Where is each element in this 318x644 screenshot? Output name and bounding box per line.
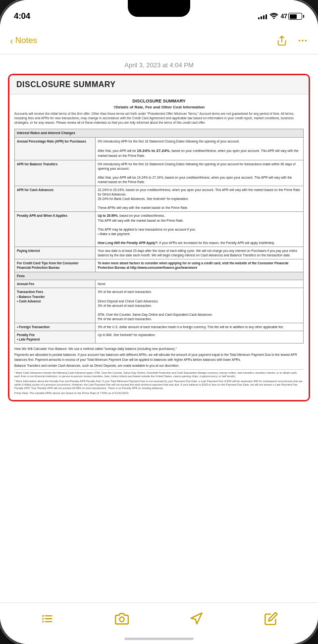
- wifi-icon: [270, 13, 278, 20]
- row-value-apr-cash: 22.24% to 29.24%, based on your creditwo…: [96, 186, 304, 212]
- doc-intro: Accounts will receive the initial terms …: [14, 111, 304, 125]
- penalty-fee-footnote: ² More Information about the Penalty Fee…: [14, 380, 304, 391]
- table-row: For Credit Card Tips from the Consumer F…: [15, 259, 304, 272]
- row-label-apr-cash: APR for Cash Advances: [15, 186, 96, 212]
- back-button[interactable]: ‹ Notes: [10, 36, 37, 46]
- phone-frame: 4:04 47: [0, 0, 318, 644]
- allocation-text: Payments are allocated to posted balance…: [14, 352, 304, 361]
- table-row: • Foreign Transaction 3% of the U.S. dol…: [15, 323, 304, 331]
- row-value-penalty-fee: Up to $40. See footnote² for explanation…: [96, 331, 304, 344]
- doc-footnotes: ¹ Bank Cash Advances include the followi…: [14, 369, 304, 396]
- date-heading: April 3, 2023 at 4:04 PM: [0, 54, 318, 74]
- signal-bar-3: [263, 15, 265, 19]
- battery-fill: [290, 14, 297, 19]
- balance-transfer-text: Balance Transfers and certain Cash Advan…: [14, 363, 304, 368]
- battery-percent: 47: [281, 13, 287, 20]
- row-value-penalty-apr: Up to 29.99%, based on your creditworthi…: [96, 212, 304, 247]
- battery-body: [288, 13, 302, 20]
- nav-actions: [276, 35, 308, 46]
- battery-tip: [303, 15, 304, 18]
- document-body: DISCLOSURE SUMMARY †Details of Rate, Fee…: [9, 95, 309, 400]
- signal-bar-2: [261, 16, 262, 19]
- doc-footer: How We Will Calculate Your Balance: We u…: [14, 347, 304, 367]
- svg-marker-11: [191, 613, 202, 624]
- camera-button[interactable]: [111, 608, 133, 630]
- signal-bars-icon: [258, 13, 267, 19]
- table-row: APR for Balance Transfers 0% Introductor…: [15, 160, 304, 186]
- chevron-left-icon: ‹: [10, 36, 13, 46]
- cash-advance-footnote: ¹ Bank Cash Advances include the followi…: [14, 371, 304, 379]
- doc-subtitle: †Details of Rate, Fee and Other Cost Inf…: [14, 105, 304, 109]
- row-value-annual-fee: None: [96, 280, 304, 288]
- table-row: Penalty Fee• Late Payment Up to $40. See…: [15, 331, 304, 344]
- svg-point-6: [42, 621, 44, 623]
- section-1-header: Interest Rates and Interest Charges: [15, 129, 304, 138]
- home-indicator: [124, 638, 194, 640]
- list-button[interactable]: [36, 608, 58, 630]
- nav-bar: ‹ Notes: [0, 27, 318, 54]
- svg-point-1: [299, 40, 301, 42]
- status-time: 4:04: [14, 11, 30, 21]
- svg-point-4: [42, 615, 44, 617]
- table-row: Paying Interest Your due date is at leas…: [15, 247, 304, 259]
- row-label-penalty-fee: Penalty Fee• Late Payment: [15, 331, 96, 344]
- table-row: Annual Percentage Rate (APR) for Purchas…: [15, 138, 304, 160]
- svg-point-2: [302, 40, 304, 42]
- svg-point-10: [119, 617, 124, 621]
- table-section-header-2: Fees: [15, 272, 304, 280]
- row-value-foreign: 3% of the U.S. dollar amount of each tra…: [96, 323, 304, 331]
- row-value-cfpb: To learn more about factors to consider …: [96, 259, 304, 272]
- row-label-annual-fee: Annual Fee: [15, 280, 96, 288]
- signal-bar-1: [258, 17, 260, 19]
- prime-rate-footnote: Prime Rate: The variable APRs above are …: [14, 392, 304, 395]
- row-label-foreign: • Foreign Transaction: [15, 323, 96, 331]
- table-row: Penalty APR and When It Applies Up to 29…: [15, 212, 304, 247]
- document-title: DISCLOSURE SUMMARY: [16, 80, 115, 89]
- table-section-header-1: Interest Rates and Interest Charges: [15, 129, 304, 138]
- row-label-cfpb: For Credit Card Tips from the Consumer F…: [15, 259, 96, 272]
- table-row: APR for Cash Advances 22.24% to 29.24%, …: [15, 186, 304, 212]
- share-button[interactable]: [276, 35, 287, 46]
- table-row: Annual Fee None: [15, 280, 304, 288]
- row-label-paying-interest: Paying Interest: [15, 247, 96, 259]
- notch: [128, 0, 190, 17]
- balance-calc-text: How We Will Calculate Your Balance: We u…: [14, 347, 304, 351]
- location-button[interactable]: [185, 608, 207, 630]
- svg-point-5: [42, 618, 44, 620]
- document-container: DISCLOSURE SUMMARY DISCLOSURE SUMMARY †D…: [8, 74, 310, 401]
- document-title-bar: DISCLOSURE SUMMARY: [9, 75, 309, 95]
- row-value-apr-balance: 0% Introductory APR for the first 18 Sta…: [96, 160, 304, 186]
- more-button[interactable]: [297, 35, 308, 46]
- compose-button[interactable]: [260, 608, 282, 630]
- disclosure-table: Interest Rates and Interest Charges Annu…: [14, 129, 304, 344]
- battery-indicator: 47: [281, 13, 304, 20]
- svg-point-3: [305, 40, 307, 42]
- signal-bar-4: [265, 14, 267, 19]
- content-area: DISCLOSURE SUMMARY DISCLOSURE SUMMARY †D…: [0, 74, 318, 602]
- doc-main-title: DISCLOSURE SUMMARY: [14, 99, 304, 103]
- section-2-header: Fees: [15, 272, 304, 280]
- row-value-transaction-fees: 3% of the amount of each transaction. Di…: [96, 288, 304, 323]
- table-row: Transaction Fees• Balance Transfer• Cash…: [15, 288, 304, 323]
- row-label-apr-purchases: Annual Percentage Rate (APR) for Purchas…: [15, 138, 96, 160]
- row-label-penalty-apr: Penalty APR and When It Applies: [15, 212, 96, 247]
- row-value-paying-interest: Your due date is at least 25 days after …: [96, 247, 304, 259]
- row-label-transaction-fees: Transaction Fees• Balance Transfer• Cash…: [15, 288, 96, 323]
- row-label-apr-balance: APR for Balance Transfers: [15, 160, 96, 186]
- row-value-apr-purchases: 0% Introductory APR for the first 18 Sta…: [96, 138, 304, 160]
- phone-screen: 4:04 47: [0, 0, 318, 644]
- status-right: 47: [258, 13, 304, 20]
- back-label: Notes: [15, 36, 37, 46]
